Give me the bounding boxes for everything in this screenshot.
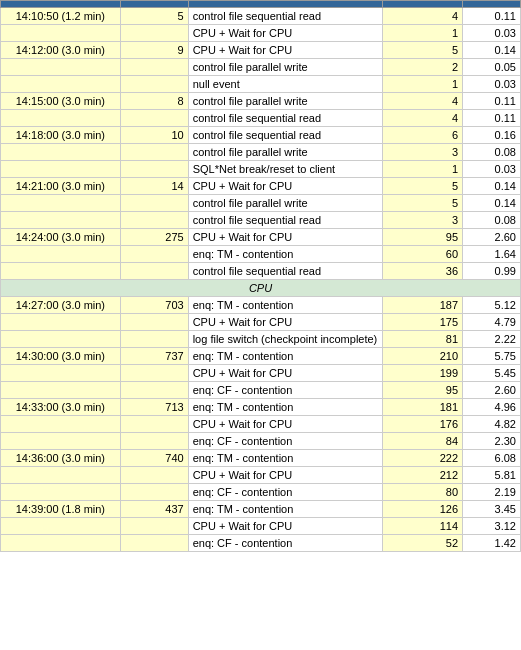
event-count-cell: 1 xyxy=(383,161,463,178)
event-cell: enq: CF - contention xyxy=(188,484,383,501)
pct-cell: 0.14 xyxy=(463,195,521,212)
pct-cell: 4.79 xyxy=(463,314,521,331)
header-pct xyxy=(463,1,521,8)
header-event-count xyxy=(383,1,463,8)
slot-count-cell xyxy=(120,518,188,535)
table-row: control file sequential read360.99 xyxy=(1,263,521,280)
slot-time-cell: 14:21:00 (3.0 min) xyxy=(1,178,121,195)
slot-time-cell xyxy=(1,161,121,178)
slot-time-cell xyxy=(1,314,121,331)
table-row: CPU + Wait for CPU2125.81 xyxy=(1,467,521,484)
slot-time-cell xyxy=(1,382,121,399)
event-count-cell: 5 xyxy=(383,195,463,212)
slot-count-cell xyxy=(120,161,188,178)
slot-time-cell xyxy=(1,365,121,382)
table-row: CPU + Wait for CPU1995.45 xyxy=(1,365,521,382)
slot-time-cell xyxy=(1,195,121,212)
pct-cell: 5.12 xyxy=(463,297,521,314)
slot-time-cell: 14:33:00 (3.0 min) xyxy=(1,399,121,416)
cpu-row: CPU xyxy=(1,280,521,297)
slot-count-cell xyxy=(120,416,188,433)
table-row: control file parallel write30.08 xyxy=(1,144,521,161)
slot-count-cell: 713 xyxy=(120,399,188,416)
table-row: enq: CF - contention521.42 xyxy=(1,535,521,552)
event-cell: CPU + Wait for CPU xyxy=(188,229,383,246)
pct-cell: 5.45 xyxy=(463,365,521,382)
event-count-cell: 3 xyxy=(383,144,463,161)
event-count-cell: 95 xyxy=(383,229,463,246)
table-row: control file parallel write20.05 xyxy=(1,59,521,76)
event-cell: SQL*Net break/reset to client xyxy=(188,161,383,178)
event-count-cell: 2 xyxy=(383,59,463,76)
pct-cell: 0.03 xyxy=(463,161,521,178)
event-count-cell: 36 xyxy=(383,263,463,280)
slot-count-cell xyxy=(120,144,188,161)
table-row: 14:39:00 (1.8 min)437enq: TM - contentio… xyxy=(1,501,521,518)
event-count-cell: 181 xyxy=(383,399,463,416)
event-cell: control file sequential read xyxy=(188,212,383,229)
event-cell: CPU + Wait for CPU xyxy=(188,365,383,382)
event-cell: CPU + Wait for CPU xyxy=(188,178,383,195)
slot-count-cell xyxy=(120,59,188,76)
pct-cell: 2.30 xyxy=(463,433,521,450)
pct-cell: 0.08 xyxy=(463,212,521,229)
event-cell: control file sequential read xyxy=(188,263,383,280)
slot-time-cell xyxy=(1,76,121,93)
pct-cell: 3.12 xyxy=(463,518,521,535)
event-cell: CPU + Wait for CPU xyxy=(188,42,383,59)
table-row: enq: CF - contention842.30 xyxy=(1,433,521,450)
table-row: log file switch (checkpoint incomplete)8… xyxy=(1,331,521,348)
pct-cell: 0.16 xyxy=(463,127,521,144)
slot-time-cell: 14:12:00 (3.0 min) xyxy=(1,42,121,59)
slot-time-cell xyxy=(1,535,121,552)
table-row: control file parallel write50.14 xyxy=(1,195,521,212)
event-count-cell: 187 xyxy=(383,297,463,314)
table-row: 14:10:50 (1.2 min)5control file sequenti… xyxy=(1,8,521,25)
slot-count-cell: 703 xyxy=(120,297,188,314)
slot-count-cell xyxy=(120,76,188,93)
slot-count-cell: 437 xyxy=(120,501,188,518)
pct-cell: 5.81 xyxy=(463,467,521,484)
pct-cell: 6.08 xyxy=(463,450,521,467)
header-slot-time xyxy=(1,1,121,8)
event-count-cell: 84 xyxy=(383,433,463,450)
slot-count-cell: 14 xyxy=(120,178,188,195)
slot-count-cell xyxy=(120,314,188,331)
event-count-cell: 210 xyxy=(383,348,463,365)
table-row: 14:33:00 (3.0 min)713enq: TM - contentio… xyxy=(1,399,521,416)
table-row: enq: CF - contention802.19 xyxy=(1,484,521,501)
slot-count-cell xyxy=(120,467,188,484)
table-row: 14:15:00 (3.0 min)8control file parallel… xyxy=(1,93,521,110)
event-count-cell: 60 xyxy=(383,246,463,263)
pct-cell: 0.03 xyxy=(463,25,521,42)
table-row: 14:18:00 (3.0 min)10control file sequent… xyxy=(1,127,521,144)
event-count-cell: 5 xyxy=(383,42,463,59)
event-cell: enq: CF - contention xyxy=(188,382,383,399)
slot-count-cell xyxy=(120,25,188,42)
event-cell: control file parallel write xyxy=(188,59,383,76)
slot-count-cell xyxy=(120,263,188,280)
slot-time-cell xyxy=(1,212,121,229)
table-row: CPU + Wait for CPU1754.79 xyxy=(1,314,521,331)
event-count-cell: 1 xyxy=(383,76,463,93)
pct-cell: 5.75 xyxy=(463,348,521,365)
slot-count-cell xyxy=(120,382,188,399)
slot-count-cell xyxy=(120,484,188,501)
table-row: 14:24:00 (3.0 min)275CPU + Wait for CPU9… xyxy=(1,229,521,246)
event-cell: log file switch (checkpoint incomplete) xyxy=(188,331,383,348)
slot-time-cell: 14:24:00 (3.0 min) xyxy=(1,229,121,246)
event-count-cell: 114 xyxy=(383,518,463,535)
slot-time-cell xyxy=(1,484,121,501)
slot-time-cell xyxy=(1,433,121,450)
event-cell: control file sequential read xyxy=(188,127,383,144)
event-count-cell: 176 xyxy=(383,416,463,433)
slot-time-cell xyxy=(1,467,121,484)
slot-count-cell xyxy=(120,195,188,212)
event-count-cell: 1 xyxy=(383,25,463,42)
event-count-cell: 126 xyxy=(383,501,463,518)
event-count-cell: 80 xyxy=(383,484,463,501)
slot-count-cell: 737 xyxy=(120,348,188,365)
slot-count-cell xyxy=(120,365,188,382)
header-event xyxy=(188,1,383,8)
pct-cell: 0.11 xyxy=(463,8,521,25)
